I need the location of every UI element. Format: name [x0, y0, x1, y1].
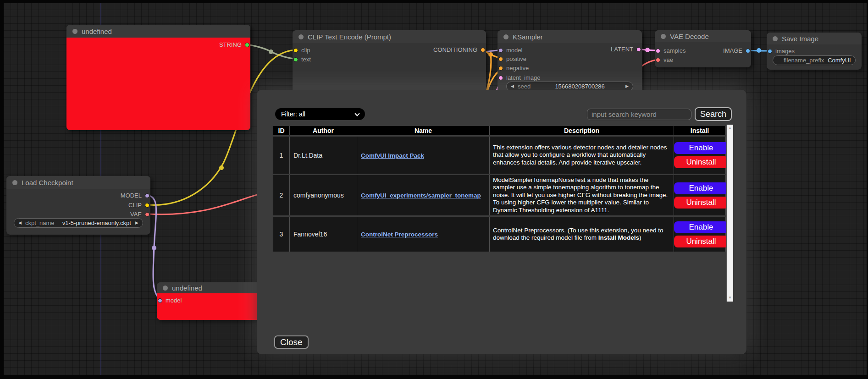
search-input[interactable]: [587, 109, 691, 120]
extension-link[interactable]: ComfyUI_experiments/sampler_tonemap: [361, 192, 481, 199]
scroll-up-icon[interactable]: ▲: [727, 126, 733, 130]
output-dot[interactable]: [145, 212, 149, 217]
input-port-samples[interactable]: samples: [656, 48, 689, 54]
node-collapse-dot[interactable]: [163, 286, 168, 291]
widget-label: filename_prefix: [784, 57, 824, 64]
input-label: text: [301, 56, 311, 63]
filter-dropdown[interactable]: Filter: all: [275, 108, 365, 120]
custom-nodes-manager-dialog: Filter: all Search IDAuthorNameDescripti…: [257, 90, 746, 354]
uninstall-button[interactable]: Uninstall: [674, 156, 726, 168]
input-label: images: [775, 48, 795, 55]
output-label: CONDITIONING: [433, 46, 477, 53]
widget-label: ckpt_name: [25, 220, 55, 226]
output-port-CONDITIONING[interactable]: CONDITIONING: [430, 47, 485, 53]
uninstall-button[interactable]: Uninstall: [674, 197, 726, 209]
output-port-CLIP[interactable]: CLIP: [125, 202, 149, 208]
node-title-bar[interactable]: Load Checkpoint: [6, 176, 150, 189]
decrement-arrow-icon[interactable]: ◀: [511, 84, 514, 88]
output-label: IMAGE: [723, 47, 742, 54]
output-dot[interactable]: [481, 48, 485, 52]
node-undefined-1[interactable]: undefinedSTRING: [66, 25, 250, 130]
table-scrollbar[interactable]: ▲ ▼: [726, 125, 733, 302]
widget-ckpt_name[interactable]: ◀ckpt_namev1-5-pruned-emaonly.ckpt▶: [14, 218, 143, 228]
input-dot[interactable]: [158, 298, 162, 303]
table-header-row: IDAuthorNameDescriptionInstall: [273, 126, 726, 135]
filter-dropdown-wrap: Filter: all: [275, 108, 365, 120]
extension-link[interactable]: ControlNet Preprocessors: [361, 231, 438, 238]
scroll-down-icon[interactable]: ▼: [727, 296, 733, 300]
output-port-VAE[interactable]: VAE: [127, 211, 149, 217]
table-row: 2comfyanonymousComfyUI_experiments/sampl…: [273, 175, 726, 215]
cell-author: Fannovel16: [290, 217, 357, 252]
output-dot[interactable]: [145, 203, 149, 208]
input-port-latent_image[interactable]: latent_image: [498, 75, 543, 81]
output-port-IMAGE[interactable]: IMAGE: [720, 48, 750, 54]
input-port-positive[interactable]: positive: [498, 56, 530, 62]
node-collapse-dot[interactable]: [773, 36, 778, 41]
enable-button[interactable]: Enable: [674, 221, 726, 233]
enable-button[interactable]: Enable: [674, 182, 726, 194]
uninstall-button[interactable]: Uninstall: [674, 236, 726, 247]
node-vae-decode[interactable]: VAE DecodesamplesvaeIMAGE: [655, 30, 751, 67]
output-label: CLIP: [128, 202, 142, 209]
input-dot[interactable]: [293, 48, 298, 53]
node-title-bar[interactable]: VAE Decode: [655, 30, 751, 42]
output-dot[interactable]: [746, 49, 750, 53]
link-string-to-text-dot[interactable]: [269, 49, 273, 54]
input-dot[interactable]: [768, 49, 772, 54]
close-button[interactable]: Close: [274, 335, 309, 349]
column-header-install: Install: [674, 126, 726, 135]
node-load-checkpoint[interactable]: Load CheckpointMODELCLIPVAE◀ckpt_namev1-…: [6, 176, 150, 235]
output-dot[interactable]: [636, 47, 641, 52]
input-port-images[interactable]: images: [768, 48, 798, 54]
input-port-negative[interactable]: negative: [498, 65, 532, 71]
output-dot[interactable]: [245, 43, 249, 47]
input-dot[interactable]: [293, 57, 298, 62]
input-dot[interactable]: [656, 58, 660, 62]
input-dot[interactable]: [498, 66, 503, 71]
widget-filename_prefix[interactable]: filename_prefixComfyUI: [773, 55, 856, 65]
node-collapse-dot[interactable]: [503, 34, 509, 39]
output-port-STRING[interactable]: STRING: [216, 42, 249, 48]
input-port-model[interactable]: model: [158, 297, 185, 303]
input-dot[interactable]: [498, 76, 503, 80]
input-port-clip[interactable]: clip: [293, 47, 314, 53]
output-dot[interactable]: [145, 193, 149, 198]
extension-link[interactable]: ComfyUI Impact Pack: [361, 152, 424, 159]
link-clip-to-clip-dot[interactable]: [219, 165, 224, 170]
node-title-bar[interactable]: CLIP Text Encode (Prompt): [293, 30, 486, 43]
cell-id: 1: [273, 137, 290, 174]
input-dot[interactable]: [656, 49, 660, 53]
input-port-vae[interactable]: vae: [656, 57, 676, 63]
input-label: model: [506, 47, 522, 54]
input-dot[interactable]: [498, 48, 503, 53]
cell-name: ComfyUI_experiments/sampler_tonemap: [357, 175, 490, 215]
link-latent-to-samples-dot[interactable]: [645, 48, 650, 52]
output-port-LATENT[interactable]: LATENT: [608, 46, 641, 52]
node-title-bar[interactable]: KSampler: [498, 30, 642, 43]
output-label: VAE: [130, 211, 142, 218]
input-port-text[interactable]: text: [293, 56, 314, 62]
input-port-model[interactable]: model: [498, 47, 525, 53]
decrement-arrow-icon[interactable]: ◀: [18, 221, 22, 225]
search-button[interactable]: Search: [695, 107, 732, 121]
node-collapse-dot[interactable]: [299, 34, 304, 39]
node-collapse-dot[interactable]: [12, 180, 17, 185]
input-dot[interactable]: [498, 57, 503, 61]
output-port-MODEL[interactable]: MODEL: [117, 192, 149, 198]
node-save-image[interactable]: Save Imageimagesfilename_prefixComfyUI: [767, 33, 862, 70]
link-image-to-images-dot[interactable]: [757, 48, 761, 53]
node-ksampler[interactable]: KSamplermodelpositivenegativelatent_imag…: [498, 30, 642, 98]
node-collapse-dot[interactable]: [72, 29, 77, 34]
node-title-bar[interactable]: Save Image: [767, 33, 862, 44]
node-title: Load Checkpoint: [22, 179, 73, 187]
cell-description: ControlNet Preprocessors. (To use this e…: [490, 217, 674, 252]
enable-button[interactable]: Enable: [674, 142, 726, 154]
input-label: negative: [506, 65, 529, 71]
link-model-to-undefined-dot[interactable]: [152, 246, 156, 250]
increment-arrow-icon[interactable]: ▶: [625, 84, 629, 88]
increment-arrow-icon[interactable]: ▶: [135, 221, 138, 225]
node-title-bar[interactable]: undefined: [66, 25, 250, 38]
input-label: vae: [663, 56, 673, 63]
node-collapse-dot[interactable]: [661, 34, 666, 39]
